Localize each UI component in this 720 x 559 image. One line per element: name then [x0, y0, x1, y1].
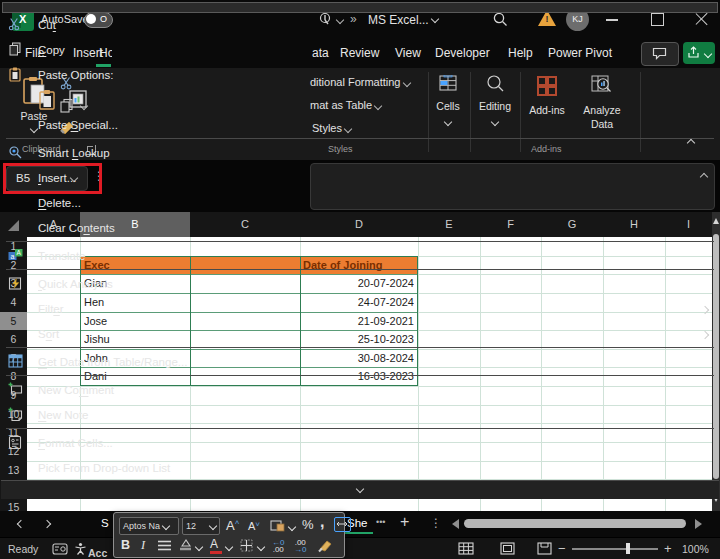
- comma-style-button[interactable]: ,: [320, 513, 324, 531]
- format-painter-chevron-icon[interactable]: [288, 523, 296, 531]
- active-sheet-underline: [345, 532, 373, 534]
- new-note-icon: [8, 407, 23, 422]
- normal-view-button[interactable]: [458, 542, 474, 555]
- macro-record-icon[interactable]: [52, 543, 68, 555]
- more-sheets-button[interactable]: •••: [376, 517, 385, 527]
- menu-item-label: New Note: [38, 409, 89, 421]
- zoom-slider-thumb[interactable]: [626, 543, 630, 554]
- menu-item-label: Paste Special...: [38, 119, 118, 131]
- paste-picture-button[interactable]: [68, 89, 88, 110]
- accessibility-icon[interactable]: [74, 542, 87, 555]
- menu-item-label: Cut: [38, 19, 56, 31]
- menu-item-label: Format Cells...: [38, 437, 113, 449]
- bold-button[interactable]: B: [121, 538, 130, 552]
- font-name-value: Aptos Na: [123, 521, 160, 531]
- grow-font-button[interactable]: A˄: [226, 518, 239, 533]
- menu-item-new-note[interactable]: New Note: [0, 402, 720, 427]
- font-name-chevron-icon: [162, 522, 170, 530]
- menu-item-copy[interactable]: Copy: [0, 37, 720, 62]
- menu-item-paste-special[interactable]: Paste Special...: [0, 112, 720, 137]
- new-comment-icon: [8, 382, 23, 397]
- translate-icon: aA: [8, 248, 23, 263]
- menu-item-insert[interactable]: Insert...: [0, 165, 720, 190]
- menu-item-clear-contents[interactable]: Clear Contents: [0, 215, 720, 240]
- menu-item-translate[interactable]: aATranslate: [0, 243, 720, 268]
- prev-sheet-icon[interactable]: [17, 520, 25, 528]
- menu-item-sort[interactable]: Sort: [0, 321, 720, 346]
- menu-scroll-down-icon: [356, 485, 364, 493]
- font-size-select[interactable]: 12: [182, 517, 220, 535]
- accessibility-label: Acc: [88, 543, 113, 559]
- horizontal-scroll-thumb[interactable]: [464, 519, 686, 528]
- zoom-slider-track[interactable]: [572, 548, 658, 550]
- percent-style-button[interactable]: %: [302, 517, 314, 532]
- menu-item-label: Copy: [38, 44, 65, 56]
- svg-text:A: A: [17, 249, 22, 256]
- font-color-chevron-icon[interactable]: [225, 543, 233, 551]
- sheet-tab-bar: S She ••• + ⋮: [0, 511, 720, 537]
- submenu-arrow-icon: [702, 328, 708, 340]
- menu-item-format-cells[interactable]: Format Cells...: [0, 430, 720, 455]
- menu-item-cut[interactable]: Cut: [0, 12, 720, 37]
- status-bar: Ready Acc − + 100%: [0, 537, 720, 559]
- fill-color-button[interactable]: [178, 538, 193, 552]
- hscroll-right-icon[interactable]: [695, 519, 702, 529]
- context-menu: CutCopyPaste Options:Paste Special...Sma…: [0, 0, 196, 500]
- font-color-button[interactable]: A: [210, 537, 222, 554]
- smart-lookup-icon: [8, 145, 23, 160]
- zoom-level[interactable]: 100%: [682, 543, 709, 555]
- borders-button[interactable]: [240, 539, 253, 552]
- menu-item-delete[interactable]: Delete...: [0, 190, 720, 215]
- paste-options-icons-row: [0, 87, 720, 112]
- menu-item-label: Filter: [38, 303, 64, 315]
- tabbar-options-icon[interactable]: ⋮: [430, 516, 442, 530]
- menu-item-smart-lookup[interactable]: Smart Lookup: [0, 140, 720, 165]
- copy-icon: [8, 42, 23, 57]
- svg-text:a: a: [11, 253, 15, 260]
- page-layout-view-button[interactable]: [500, 542, 515, 555]
- menu-item-get-data-from-table-range[interactable]: Get Data from Table/Range...: [0, 349, 720, 374]
- menu-item-label: New Comment: [38, 384, 114, 396]
- next-sheet-icon[interactable]: [43, 520, 51, 528]
- menu-scroll-down-button[interactable]: [1, 480, 719, 499]
- new-sheet-button[interactable]: +: [400, 513, 409, 531]
- menu-item-quick-analysis[interactable]: Quick Analysis: [0, 271, 720, 296]
- mini-toolbar: Aptos Na 12 A˄ A˅ % , B I A: [113, 512, 345, 558]
- paste-keep-source-button[interactable]: [38, 89, 58, 110]
- menu-item-label: Smart Lookup: [38, 147, 110, 159]
- status-mode: Ready: [8, 543, 38, 555]
- font-name-select[interactable]: Aptos Na: [119, 517, 179, 535]
- borders-lines-icon[interactable]: [158, 540, 171, 551]
- zoom-in-button[interactable]: +: [664, 541, 672, 556]
- submenu-arrow-icon: [702, 303, 708, 315]
- sheet-tab-fragment-left[interactable]: S: [101, 517, 109, 529]
- scissors-icon: [8, 17, 23, 32]
- shrink-font-button[interactable]: A˅: [248, 520, 260, 532]
- brush-icon[interactable]: [318, 538, 334, 553]
- autofit-button[interactable]: [334, 517, 351, 532]
- menu-item-filter[interactable]: Filter: [0, 296, 720, 321]
- format-cells-icon: [8, 435, 23, 450]
- menu-item-paste-options[interactable]: Paste Options:: [0, 62, 720, 87]
- clipboard-icon: [8, 67, 23, 82]
- hscroll-left-icon[interactable]: [452, 519, 459, 529]
- row-header-15[interactable]: 15: [0, 498, 27, 511]
- get-data-icon: [8, 354, 23, 369]
- quick-analysis-icon: [8, 276, 23, 291]
- borders-chevron-icon[interactable]: [257, 543, 265, 551]
- page-break-view-button[interactable]: [537, 542, 552, 555]
- increase-decimal-button[interactable]: ←0.00: [272, 539, 284, 553]
- fill-color-chevron-icon[interactable]: [195, 543, 203, 551]
- format-painter-mini-icon[interactable]: [270, 519, 285, 532]
- menu-item-new-comment[interactable]: New Comment: [0, 377, 720, 402]
- menu-item-label: Pick From Drop-down List: [38, 462, 170, 474]
- decrease-decimal-button[interactable]: .00→0: [294, 539, 306, 553]
- menu-item-label: Quick Analysis: [38, 278, 113, 290]
- menu-item-pick-from-drop-down-list[interactable]: Pick From Drop-down List: [0, 455, 720, 480]
- menu-item-label: Paste Options:: [38, 69, 113, 81]
- italic-button[interactable]: I: [141, 538, 145, 553]
- zoom-out-button[interactable]: −: [558, 541, 566, 556]
- menu-item-label: Delete...: [38, 197, 81, 209]
- menu-item-label: Insert...: [38, 172, 76, 184]
- menu-item-label: Get Data from Table/Range...: [38, 356, 187, 368]
